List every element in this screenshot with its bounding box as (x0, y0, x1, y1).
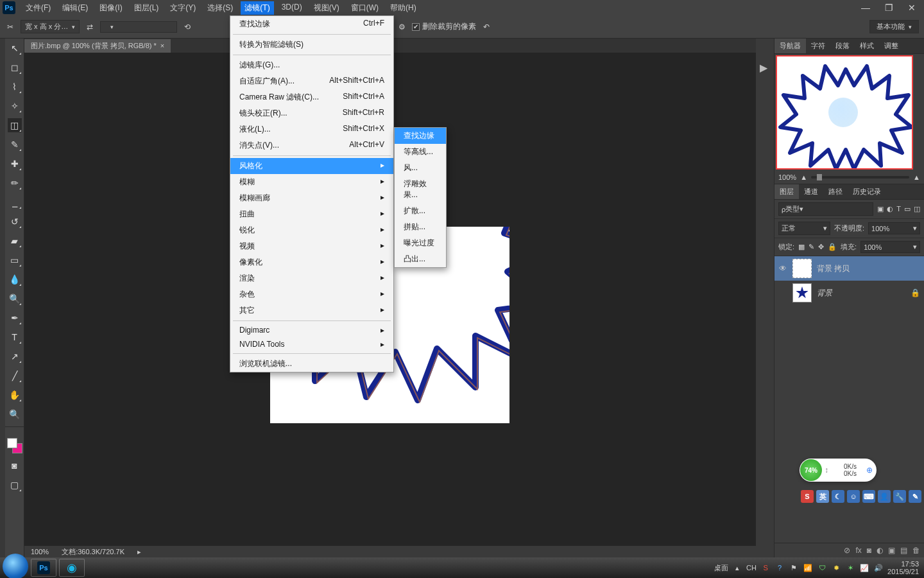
ime-tools-icon[interactable]: 🔧 (893, 490, 906, 503)
layer-thumbnail[interactable] (792, 283, 812, 302)
filter-menu-item[interactable]: 渲染 (230, 270, 393, 286)
filter-menu-item[interactable]: 浏览联机滤镜... (230, 356, 393, 372)
path-selection-tool[interactable]: ↗ (8, 349, 22, 363)
filter-menu-item[interactable]: 转换为智能滤镜(S) (230, 37, 393, 53)
layer-thumbnail[interactable] (792, 259, 812, 278)
blend-mode-dropdown[interactable]: 正常▾ (778, 222, 830, 235)
layer-name[interactable]: 背景 (817, 288, 832, 299)
move-tool[interactable]: ↖ (8, 41, 22, 55)
tray-gear-icon[interactable]: ✹ (831, 563, 841, 573)
stylize-submenu-item[interactable]: 扩散... (395, 203, 446, 219)
filter-menu-item[interactable]: 消失点(V)...Alt+Ctrl+V (230, 137, 393, 153)
layer-kind-filter[interactable]: ρ 类型 ▾ (778, 202, 873, 216)
pen-tool[interactable]: ✒ (8, 311, 22, 325)
lock-all-icon[interactable]: 🔒 (828, 243, 837, 251)
status-doc-info[interactable]: 文档:360.3K/720.7K (62, 547, 124, 557)
swap-icon[interactable]: ⇄ (85, 22, 95, 32)
eyedropper-tool[interactable]: ✎ (8, 137, 22, 152)
filter-smart-icon[interactable]: ◫ (914, 205, 920, 213)
tray-shield-icon[interactable]: 🛡 (817, 563, 827, 573)
filter-type-icon[interactable]: T (896, 205, 901, 213)
tray-expand-icon[interactable]: ▴ (732, 563, 742, 573)
visibility-eye-icon[interactable]: 👁 (778, 264, 787, 273)
ime-lang-button[interactable]: 英 (816, 490, 829, 503)
filter-menu-item[interactable]: 查找边缘Ctrl+F (230, 16, 393, 32)
layer-name[interactable]: 背景 拷贝 (817, 263, 850, 274)
clone-stamp-tool[interactable]: ⎯ (8, 195, 22, 209)
lock-position-icon[interactable]: ✥ (818, 243, 824, 251)
layer-panel-tab[interactable]: 图层 (774, 184, 799, 199)
menu-滤镜[interactable]: 滤镜(T) (241, 1, 273, 15)
stylize-submenu-item[interactable]: 查找边缘 (395, 128, 446, 144)
quick-mask-icon[interactable]: ◙ (8, 459, 22, 473)
blur-tool[interactable]: 💧 (8, 272, 22, 286)
menu-选择[interactable]: 选择(S) (203, 1, 237, 15)
panel-tab[interactable]: 字符 (806, 39, 830, 53)
delete-layer-icon[interactable]: 🗑 (912, 546, 920, 555)
tray-sogou-icon[interactable]: S (760, 563, 771, 573)
panel-tab[interactable]: 调整 (879, 39, 903, 53)
menu-帮助[interactable]: 帮助(H) (386, 1, 420, 15)
menu-文字[interactable]: 文字(Y) (166, 1, 200, 15)
panel-tab[interactable]: 样式 (855, 39, 879, 53)
menu-3D[interactable]: 3D(D) (278, 1, 306, 15)
menu-视图[interactable]: 视图(V) (310, 1, 343, 15)
show-desktop-label[interactable]: 桌面 (714, 563, 728, 573)
filter-menu-item[interactable]: 自适应广角(A)...Alt+Shift+Ctrl+A (230, 73, 393, 89)
crop-preset-dropdown[interactable] (100, 21, 177, 33)
panel-tab[interactable]: 导航器 (774, 39, 806, 53)
brush-tool[interactable]: ✏ (8, 176, 22, 190)
filter-menu-item[interactable]: 杂色 (230, 286, 393, 302)
filter-menu-item[interactable]: 扭曲 (230, 206, 393, 222)
delete-cropped-checkbox[interactable]: ✔ 删除裁剪的像素 (412, 21, 476, 32)
adjustment-layer-icon[interactable]: ◐ (877, 546, 883, 555)
tray-lang-indicator[interactable]: CH (746, 563, 757, 573)
filter-shape-icon[interactable]: ▭ (904, 205, 911, 213)
filter-menu-item[interactable]: NVIDIA Tools (230, 337, 393, 351)
lasso-tool[interactable]: ⌇ (8, 80, 22, 94)
stylize-submenu-item[interactable]: 凸出... (395, 251, 446, 267)
healing-brush-tool[interactable]: ✚ (8, 157, 22, 171)
link-layers-icon[interactable]: ⊘ (844, 546, 850, 555)
opacity-input[interactable]: 100%▾ (868, 222, 920, 234)
document-tab[interactable]: 图片.bmp @ 100% (背景 拷贝, RGB/8) * × (24, 39, 171, 53)
menu-窗口[interactable]: 窗口(W) (347, 1, 382, 15)
close-button[interactable]: ✕ (905, 3, 919, 12)
filter-menu-item[interactable]: 其它 (230, 302, 393, 319)
ime-logo-icon[interactable]: S (801, 490, 814, 503)
filter-adjust-icon[interactable]: ◐ (887, 205, 893, 213)
actions-play-icon[interactable]: ▶ (760, 62, 767, 74)
filter-menu-item[interactable]: 镜头校正(R)...Shift+Ctrl+R (230, 105, 393, 121)
clear-icon[interactable]: ⟲ (182, 22, 193, 32)
group-icon[interactable]: ▣ (888, 546, 895, 555)
navigator-zoom-slider[interactable] (811, 176, 909, 179)
tray-network-icon[interactable]: 📈 (859, 563, 869, 573)
history-brush-tool[interactable]: ↺ (8, 215, 22, 229)
stylize-submenu-item[interactable]: 曝光过度 (395, 235, 446, 251)
crop-tool[interactable]: ◫ (8, 118, 22, 132)
menu-图像[interactable]: 图像(I) (96, 1, 126, 15)
panel-tab[interactable]: 段落 (830, 39, 855, 53)
color-swatches[interactable] (7, 438, 22, 453)
status-flyout-icon[interactable]: ▸ (137, 548, 141, 556)
layer-panel-tab[interactable]: 历史记录 (848, 184, 886, 199)
marquee-tool[interactable]: ◻ (8, 60, 22, 74)
ime-face-icon[interactable]: ☺ (847, 490, 860, 503)
layer-mask-icon[interactable]: ◙ (867, 546, 871, 555)
taskbar-browser-button[interactable]: ◉ (59, 559, 85, 577)
type-tool[interactable]: T (8, 330, 22, 344)
stylize-submenu-item[interactable]: 等高线... (395, 144, 446, 160)
navigator-preview[interactable] (776, 55, 913, 170)
filter-image-icon[interactable]: ▣ (877, 205, 884, 213)
foreground-color-swatch[interactable] (7, 438, 17, 448)
status-zoom[interactable]: 100% (31, 548, 49, 556)
filter-menu-item[interactable]: Digimarc (230, 323, 393, 337)
tray-360-icon[interactable]: ✶ (845, 563, 855, 573)
tray-volume-icon[interactable]: 🔊 (873, 563, 884, 573)
lock-transparency-icon[interactable]: ▩ (798, 243, 805, 251)
filter-menu-item[interactable]: 滤镜库(G)... (230, 57, 393, 73)
system-monitor-widget[interactable]: 74% ↕ 0K/s 0K/s ⊕ (800, 459, 877, 482)
layer-row[interactable]: 背景🔒 (774, 281, 924, 305)
lock-image-icon[interactable]: ✎ (809, 243, 814, 251)
stylize-submenu-item[interactable]: 拼贴... (395, 219, 446, 235)
